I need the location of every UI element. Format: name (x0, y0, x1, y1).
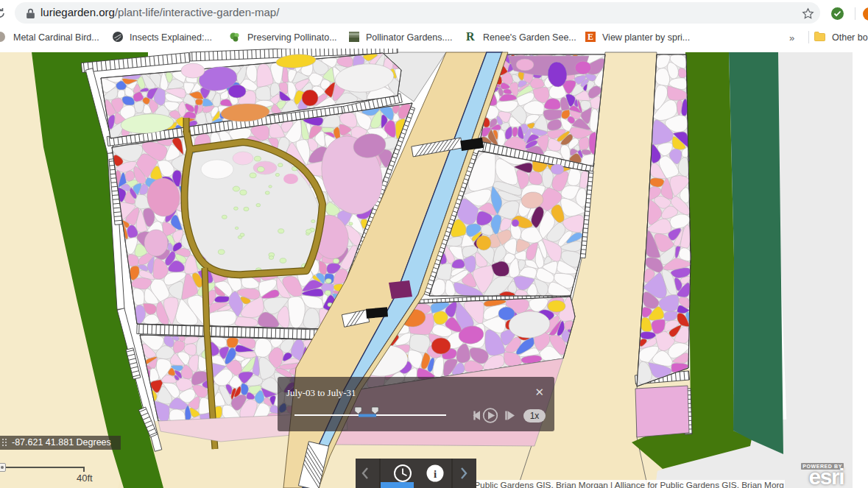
svg-text:i: i (434, 468, 437, 480)
